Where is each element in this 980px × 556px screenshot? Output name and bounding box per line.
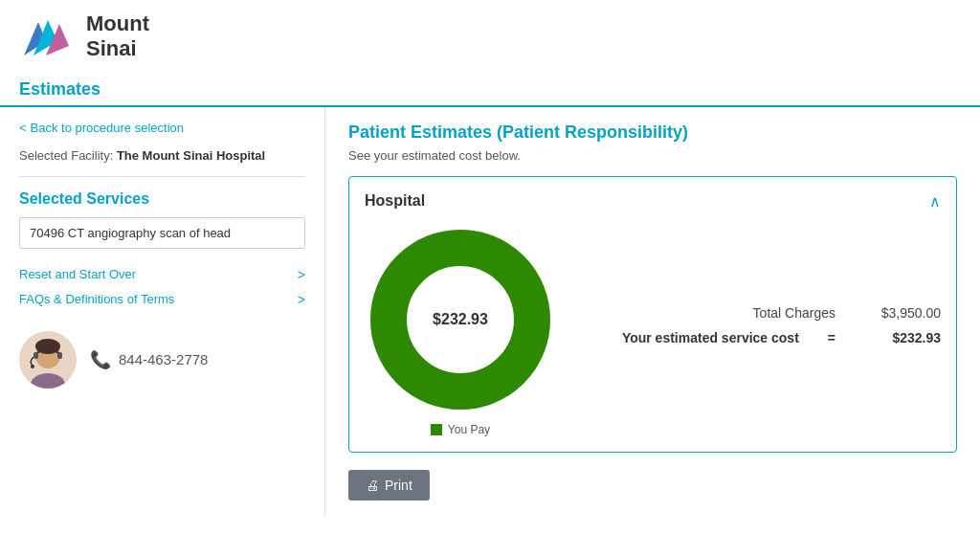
donut-center-text: $232.93 — [433, 311, 488, 328]
collapse-icon[interactable]: ∧ — [929, 192, 941, 211]
header: Mount Sinai — [0, 0, 980, 74]
selected-facility: Selected Facility: The Mount Sinai Hospi… — [19, 148, 305, 177]
selected-facility-name: The Mount Sinai Hospital — [117, 148, 265, 163]
estimated-cost-label: Your estimated service cost — [622, 330, 799, 345]
svg-rect-7 — [33, 352, 38, 359]
faqs-link[interactable]: FAQs & Definitions of Terms > — [19, 287, 305, 312]
legend-area: You Pay — [431, 423, 490, 436]
avatar-image — [19, 331, 77, 389]
action-links: Reset and Start Over > FAQs & Definition… — [19, 262, 305, 312]
estimates-bar: Estimates — [0, 74, 980, 107]
avatar — [19, 331, 77, 389]
left-panel: Back to procedure selection Selected Fac… — [0, 107, 325, 516]
patient-estimates-title: Patient Estimates (Patient Responsibilit… — [348, 122, 957, 143]
logo-area: Mount Sinai — [19, 11, 149, 62]
phone-number: 844-463-2778 — [119, 351, 208, 367]
main-content: Back to procedure selection Selected Fac… — [0, 107, 980, 516]
estimates-title: Estimates — [19, 79, 100, 99]
right-panel: Patient Estimates (Patient Responsibilit… — [325, 107, 980, 516]
print-button[interactable]: 🖨 Print — [348, 470, 430, 500]
see-cost-text: See your estimated cost below. — [348, 148, 957, 163]
back-link[interactable]: Back to procedure selection — [19, 121, 305, 135]
donut-wrap: $232.93 You Pay — [365, 224, 556, 436]
total-charges-row: Total Charges $3,950.00 — [585, 305, 941, 321]
donut-chart: $232.93 — [365, 224, 556, 415]
cost-summary: Total Charges $3,950.00 Your estimated s… — [585, 305, 941, 355]
equals-sign: = — [828, 330, 835, 345]
total-charges-label: Total Charges — [753, 305, 835, 321]
reset-link[interactable]: Reset and Start Over > — [19, 262, 305, 287]
svg-point-9 — [31, 365, 34, 368]
print-label: Print — [385, 478, 412, 493]
logo-text: Mount Sinai — [86, 11, 149, 62]
logo-icon — [19, 12, 77, 60]
reset-chevron-icon: > — [298, 267, 305, 282]
phone-icon: 📞 — [90, 349, 111, 370]
svg-rect-8 — [57, 352, 62, 359]
hospital-card-body: $232.93 You Pay Total Charges $3,950.00 … — [365, 224, 941, 436]
faqs-chevron-icon: > — [298, 292, 305, 307]
estimated-cost-row: Your estimated service cost = $232.93 — [585, 330, 941, 345]
legend-label: You Pay — [448, 423, 490, 436]
service-item: 70496 CT angiography scan of head — [19, 217, 305, 249]
selected-services-title: Selected Services — [19, 190, 305, 208]
contact-area: 📞 844-463-2778 — [19, 331, 305, 389]
total-charges-value: $3,950.00 — [864, 305, 941, 321]
phone-area: 📞 844-463-2778 — [90, 349, 208, 370]
selected-facility-label: Selected Facility: — [19, 148, 113, 163]
print-icon: 🖨 — [366, 478, 379, 493]
hospital-card-header: Hospital ∧ — [365, 192, 941, 211]
estimated-cost-value: $232.93 — [864, 330, 941, 345]
legend-box-icon — [431, 424, 442, 435]
print-area: 🖨 Print — [348, 470, 957, 500]
hospital-label: Hospital — [365, 192, 425, 210]
hospital-card: Hospital ∧ $232.93 — [348, 176, 957, 453]
